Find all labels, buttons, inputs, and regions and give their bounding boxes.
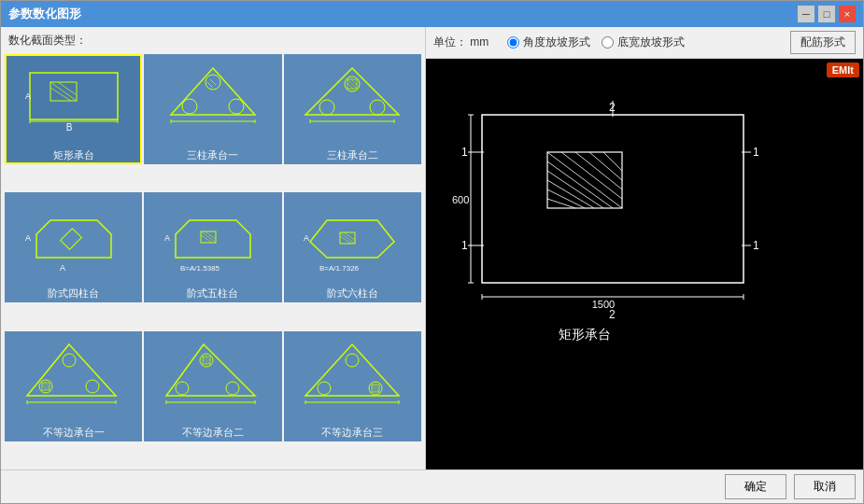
svg-point-13 [229,99,244,114]
svg-line-14 [210,79,216,85]
jieliu-svg: A B=A/1.7326 [301,202,404,276]
svg-marker-48 [27,344,116,396]
canvas-area: 2 1 1 1 1 1500 [426,59,863,469]
svg-marker-70 [305,344,399,396]
budengsanji-svg [301,340,404,414]
svg-point-62 [226,382,239,395]
shape-cell-jieiwu[interactable]: A B=A/1.5385 阶式五柱台 [144,192,281,302]
shape-svg-jieisi: A A [7,194,140,283]
shape-svg-juxing: B A [7,56,140,145]
budengerr-svg [162,340,264,414]
svg-point-49 [63,354,76,367]
svg-text:B=A/1.5385: B=A/1.5385 [180,264,220,273]
shape-label-jieliu: 阶式六柱台 [327,287,378,301]
svg-line-89 [547,171,603,208]
svg-text:B=A/1.7326: B=A/1.7326 [319,264,360,273]
svg-line-66 [203,359,207,364]
radio-width-label: 底宽放坡形式 [617,35,685,50]
shape-cell-budengsanji[interactable]: 不等边承台三 [284,331,421,441]
svg-rect-31 [60,229,81,250]
window-title: 参数数化图形 [8,6,81,22]
shape-label-budengyi: 不等边承台一 [43,426,105,440]
svg-text:1: 1 [753,239,759,252]
svg-line-37 [205,231,216,239]
cancel-button[interactable]: 取消 [794,474,856,499]
svg-text:600: 600 [452,194,469,205]
svg-line-54 [45,383,50,387]
svg-marker-59 [166,344,255,396]
shape-cell-sanzhu1[interactable]: 三柱承台一 [144,54,281,164]
shape-svg-jieiwu: A B=A/1.5385 [146,194,279,283]
svg-line-2 [50,82,77,101]
shape-cell-budengyi[interactable]: 不等边承台一 [5,331,142,441]
top-bar: 单位： mm 角度放坡形式 底宽放坡形式 配筋形式 [426,27,863,59]
svg-line-55 [42,385,47,390]
shape-label-sanzhu2: 三柱承台二 [327,148,378,162]
title-bar: 参数数化图形 ─ □ × [1,1,863,27]
svg-line-84 [561,152,622,199]
svg-point-22 [370,100,385,115]
svg-line-3 [58,82,77,95]
shape-label-budengsanji: 不等边承台三 [321,426,383,440]
svg-line-76 [375,385,379,389]
shape-cell-jieisi[interactable]: A A 阶式四柱台 [5,192,142,302]
juxing-svg: B A [22,63,125,138]
shape-svg-budengyi [7,333,140,422]
shape-label-sanzhu1: 三柱承台一 [187,148,238,162]
minimize-button[interactable]: ─ [798,6,814,22]
radio-width[interactable] [602,36,614,49]
svg-text:矩形承台: 矩形承台 [559,327,611,342]
shape-label-jieisi: 阶式四柱台 [48,287,99,301]
section-label: 数化截面类型： [1,27,425,52]
right-panel: 单位： mm 角度放坡形式 底宽放坡形式 配筋形式 [426,27,863,469]
svg-text:1: 1 [753,146,759,159]
svg-text:A: A [60,263,65,273]
svg-line-77 [372,387,376,392]
svg-line-36 [201,231,216,243]
unit-label: 单位： mm [433,35,496,50]
shape-cell-budengerr[interactable]: 不等边承台二 [144,331,281,441]
svg-line-88 [547,161,613,208]
svg-point-51 [86,380,99,393]
confirm-button[interactable]: 确定 [725,474,786,499]
shape-svg-sanzhu2 [286,56,419,145]
svg-line-24 [347,79,357,89]
radio-angle-label: 角度放坡形式 [523,35,590,50]
emit-badge: EMIt [827,63,859,77]
bottom-bar: 确定 取消 [1,469,863,503]
svg-line-15 [207,82,213,88]
shape-cell-sanzhu2[interactable]: 三柱承台二 [284,54,421,164]
main-window: 参数数化图形 ─ □ × 数化截面类型： [0,0,864,504]
svg-point-21 [319,100,334,115]
svg-text:1: 1 [461,239,468,252]
shape-cell-jieliu[interactable]: A B=A/1.7326 阶式六柱台 [284,192,421,302]
svg-line-87 [603,152,622,171]
svg-text:1: 1 [461,146,468,159]
shape-grid: B A 矩形承台 [1,52,425,469]
shape-label-juxing: 矩形承台 [53,148,94,162]
svg-line-44 [344,232,355,240]
svg-marker-34 [176,220,250,258]
svg-text:A: A [25,233,31,243]
jieiwu-svg: A B=A/1.5385 [162,202,264,276]
svg-point-12 [182,99,197,114]
svg-rect-81 [482,115,744,283]
sanzhu2-svg [301,63,404,138]
left-panel: 数化截面类型： B [1,27,426,469]
svg-text:2: 2 [609,308,616,321]
radio-angle[interactable] [507,36,519,49]
peijinji-button[interactable]: 配筋形式 [790,31,856,54]
svg-point-61 [176,382,189,395]
shape-label-jieiwu: 阶式五柱台 [187,287,238,301]
svg-marker-30 [36,220,111,258]
budengyi-svg [22,340,125,414]
window-controls: ─ □ × [798,6,856,22]
maximize-button[interactable]: □ [818,6,835,22]
sanzhu1-svg [162,63,264,138]
close-button[interactable]: × [839,6,856,22]
svg-line-38 [201,235,212,243]
shape-label-budengerr: 不等边承台二 [182,426,244,440]
shape-cell-juxing[interactable]: B A 矩形承台 [5,54,142,164]
svg-marker-41 [310,220,394,258]
svg-text:A: A [25,91,31,101]
